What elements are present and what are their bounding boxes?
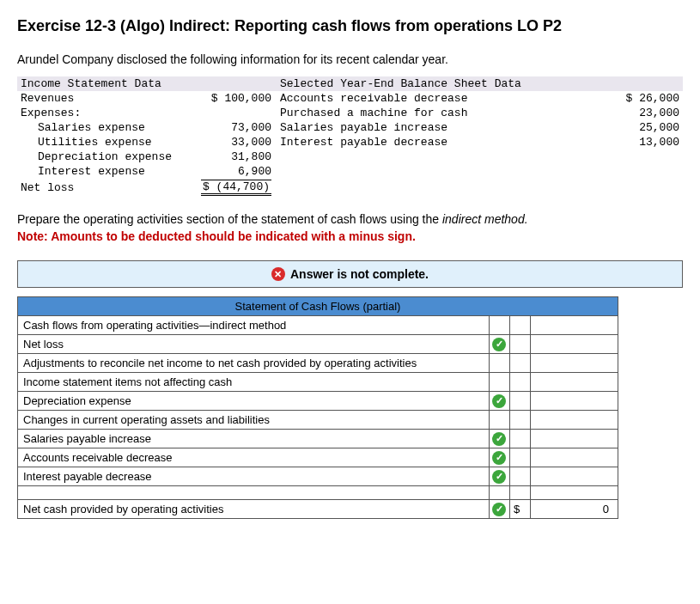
net-cash-value[interactable]: 0: [531, 500, 618, 519]
machine-purchase-amount: 23,000: [606, 106, 683, 120]
interest-payable-row[interactable]: Interest payable decrease: [18, 467, 490, 486]
net-cash-row[interactable]: Net cash provided by operating activitie…: [18, 500, 490, 519]
net-loss-label: Net loss: [17, 179, 189, 197]
table-row: Income statement items not affecting cas…: [18, 373, 618, 392]
flow-header: Statement of Cash Flows (partial): [18, 297, 618, 316]
answer-banner: ✕ Answer is not complete.: [17, 260, 683, 288]
adjustments-row: Adjustments to reconcile net income to n…: [18, 354, 490, 373]
flow-row-heading: Cash flows from operating activities—ind…: [18, 316, 490, 335]
machine-purchase-label: Purchased a machine for cash: [275, 106, 606, 120]
intro-text: Arundel Company disclosed the following …: [17, 52, 683, 66]
changes-row: Changes in current operating assets and …: [18, 411, 490, 430]
cash-flow-table: Statement of Cash Flows (partial) Cash f…: [17, 296, 618, 519]
utilities-expense-amount: 33,000: [189, 135, 275, 149]
income-statement-table: Income Statement Data Selected Year-End …: [17, 76, 683, 197]
table-row: Net loss ✓: [18, 335, 618, 354]
check-icon: ✓: [492, 470, 506, 484]
check-icon: ✓: [492, 432, 506, 446]
salaries-payable-amount: 25,000: [606, 120, 683, 135]
net-loss-amount: $ (44,700): [201, 180, 271, 196]
table-row: Depreciation expense ✓: [18, 392, 618, 411]
instruction-text: Prepare the operating activities section…: [17, 212, 683, 226]
depreciation-row[interactable]: Depreciation expense: [18, 392, 490, 411]
interest-payable-label: Interest payable decrease: [275, 135, 606, 149]
check-icon: ✓: [492, 503, 506, 516]
depreciation-expense-amount: 31,800: [189, 149, 275, 164]
table-row: Accounts receivable decrease ✓: [18, 448, 618, 467]
page-title: Exercise 12-3 (Algo) Indirect: Reporting…: [17, 17, 683, 35]
table-row: Net cash provided by operating activitie…: [18, 500, 618, 519]
note-text: Note: Amounts to be deducted should be i…: [17, 229, 683, 243]
net-cash-currency[interactable]: $: [510, 500, 531, 519]
salaries-expense-amount: 73,000: [189, 120, 275, 135]
income-items-row: Income statement items not affecting cas…: [18, 373, 490, 392]
depreciation-expense-label: Depreciation expense: [17, 149, 189, 164]
error-icon: ✕: [271, 267, 285, 281]
salaries-payable-label: Salaries payable increase: [275, 120, 606, 135]
answer-banner-text: Answer is not complete.: [290, 267, 429, 281]
ar-decrease-amount: $ 26,000: [606, 91, 683, 106]
table-row: Cash flows from operating activities—ind…: [18, 316, 618, 335]
income-header-left: Income Statement Data: [17, 76, 189, 91]
interest-expense-amount: 6,900: [189, 164, 275, 179]
utilities-expense-label: Utilities expense: [17, 135, 189, 149]
revenues-label: Revenues: [17, 91, 189, 106]
accounts-receivable-row[interactable]: Accounts receivable decrease: [18, 448, 490, 467]
table-row: Changes in current operating assets and …: [18, 411, 618, 430]
table-row: Adjustments to reconcile net income to n…: [18, 354, 618, 373]
interest-expense-label: Interest expense: [17, 164, 189, 179]
table-row: Salaries payable increase ✓: [18, 430, 618, 448]
income-header-right: Selected Year-End Balance Sheet Data: [275, 76, 606, 91]
salaries-expense-label: Salaries expense: [17, 120, 189, 135]
ar-decrease-label: Accounts receivable decrease: [275, 91, 606, 106]
check-icon: ✓: [492, 338, 506, 351]
check-icon: ✓: [492, 394, 506, 408]
expenses-label: Expenses:: [17, 106, 189, 120]
salaries-payable-row[interactable]: Salaries payable increase: [18, 430, 490, 448]
revenues-amount: $ 100,000: [189, 91, 275, 106]
table-row: Interest payable decrease ✓: [18, 467, 618, 486]
check-icon: ✓: [492, 451, 506, 465]
interest-payable-amount: 13,000: [606, 135, 683, 149]
net-loss-row[interactable]: Net loss: [18, 335, 490, 354]
table-row: [18, 486, 618, 500]
